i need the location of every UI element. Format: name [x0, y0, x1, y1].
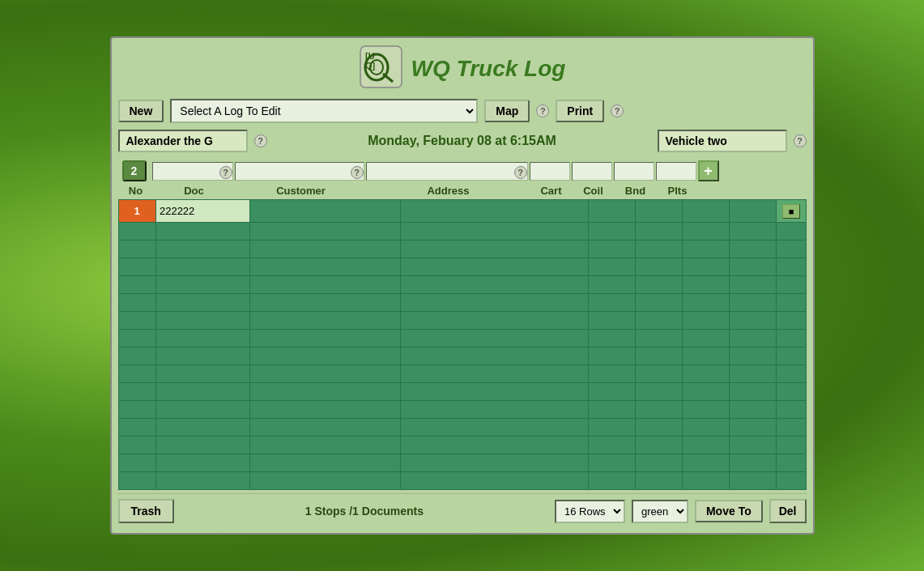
- doc-input-container: ?: [152, 162, 233, 181]
- row-delete-cell: ■: [777, 200, 806, 223]
- col-doc-label: Doc: [154, 185, 235, 197]
- app-header: [U Q] WQ Truck Log: [118, 45, 807, 92]
- empty-row: [118, 365, 806, 383]
- driver-field[interactable]: Alexander the G: [118, 130, 248, 152]
- doc-help-icon[interactable]: ?: [219, 166, 232, 179]
- col-coil-label: Coil: [573, 185, 614, 197]
- empty-row: [118, 383, 806, 401]
- driver-help-icon[interactable]: ?: [254, 134, 267, 147]
- customer-input[interactable]: [235, 162, 364, 181]
- add-row-button[interactable]: +: [698, 160, 719, 181]
- address-help-icon[interactable]: ?: [514, 166, 527, 179]
- empty-row: [118, 419, 806, 437]
- empty-row: [118, 347, 806, 365]
- print-button[interactable]: Print: [556, 100, 604, 122]
- col-plts-label: Plts: [658, 185, 698, 197]
- col-cart-label: Cart: [531, 185, 572, 197]
- row-delete-button[interactable]: ■: [782, 204, 800, 219]
- col-bnd-label: Bnd: [615, 185, 656, 197]
- column-labels-row: No Doc Customer Address Cart Coil Bnd Pl…: [118, 185, 807, 197]
- customer-help-icon[interactable]: ?: [351, 166, 364, 179]
- print-help-icon[interactable]: ?: [611, 104, 624, 117]
- footer: Trash 1 Stops /1 Documents 16 Rows 8 Row…: [118, 493, 807, 526]
- vehicle-field[interactable]: Vehicle two: [658, 130, 787, 152]
- svg-text:[U: [U: [365, 51, 375, 61]
- empty-row: [118, 241, 806, 258]
- new-button[interactable]: New: [118, 100, 164, 122]
- map-button[interactable]: Map: [484, 100, 530, 122]
- toolbar: New Select A Log To Edit Map ? Print ?: [118, 99, 807, 123]
- row-customer[interactable]: [250, 200, 401, 223]
- customer-input-container: ?: [235, 162, 364, 181]
- select-log-dropdown[interactable]: Select A Log To Edit: [170, 99, 478, 123]
- empty-row: [118, 472, 806, 490]
- bnd-input[interactable]: [614, 162, 654, 181]
- empty-row: [118, 330, 806, 347]
- date-label: Monday, Febuary 08 at 6:15AM: [274, 134, 651, 148]
- col-customer-label: Customer: [236, 185, 366, 197]
- cart-input[interactable]: [530, 162, 570, 181]
- col-address-label: Address: [368, 185, 530, 197]
- row-address[interactable]: [400, 200, 588, 223]
- address-input[interactable]: [366, 162, 528, 181]
- stop-number-cell: 2: [118, 160, 151, 181]
- column-input-row: 2 ? ? ? +: [118, 159, 807, 183]
- footer-status: 1 Stops /1 Documents: [181, 505, 548, 518]
- app-title: WQ Truck Log: [411, 56, 566, 82]
- del-button[interactable]: Del: [769, 499, 807, 523]
- col-no-label: No: [120, 185, 152, 197]
- table-row: 1 222222 ■: [118, 200, 806, 223]
- svg-text:Q]: Q]: [365, 61, 376, 70]
- move-to-button[interactable]: Move To: [695, 500, 763, 522]
- plts-input[interactable]: [656, 162, 696, 181]
- vehicle-help-icon[interactable]: ?: [794, 134, 807, 147]
- coil-input[interactable]: [572, 162, 612, 181]
- empty-row: [118, 437, 806, 454]
- row-bnd[interactable]: [683, 200, 730, 223]
- info-bar: Alexander the G ? Monday, Febuary 08 at …: [118, 130, 807, 152]
- stop-number-badge: 2: [122, 160, 147, 181]
- main-container: [U Q] WQ Truck Log New Select A Log To E…: [110, 36, 815, 535]
- empty-row: [118, 258, 806, 276]
- wq-logo: [U Q]: [359, 45, 403, 89]
- empty-row: [118, 312, 806, 330]
- data-table: 1 222222 ■: [118, 199, 807, 490]
- empty-row: [118, 401, 806, 419]
- empty-row: [118, 454, 806, 472]
- trash-button[interactable]: Trash: [118, 499, 174, 523]
- row-number: 1: [118, 200, 155, 223]
- row-coil[interactable]: [636, 200, 683, 223]
- logo-area: [U Q]: [359, 45, 403, 89]
- row-plts[interactable]: [730, 200, 777, 223]
- map-help-icon[interactable]: ?: [536, 104, 549, 117]
- row-doc[interactable]: 222222: [155, 200, 249, 223]
- empty-row: [118, 223, 806, 241]
- empty-row: [118, 276, 806, 294]
- row-cart[interactable]: [589, 200, 636, 223]
- color-select[interactable]: green blue red: [632, 500, 688, 523]
- empty-row: [118, 294, 806, 312]
- address-input-container: ?: [366, 162, 528, 181]
- rows-select[interactable]: 16 Rows 8 Rows 32 Rows: [555, 500, 625, 523]
